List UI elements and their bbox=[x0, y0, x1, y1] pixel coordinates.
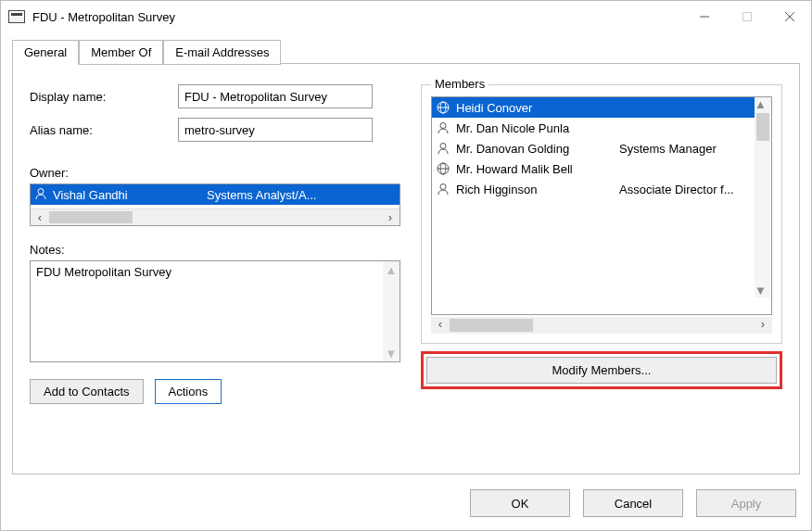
ok-button[interactable]: OK bbox=[470, 489, 570, 517]
person-icon bbox=[436, 182, 450, 196]
notes-textarea[interactable]: FDU Metropolitan Survey ▲ ▼ bbox=[30, 260, 400, 362]
member-title: Associate Director f... bbox=[619, 183, 771, 196]
scroll-down-icon[interactable]: ▼ bbox=[383, 345, 400, 361]
globe-icon bbox=[436, 161, 450, 176]
scroll-left-icon[interactable]: ‹ bbox=[31, 209, 49, 225]
member-name: Mr. Howard Malik Bell bbox=[456, 162, 614, 176]
tab-panel-general: Display name: Alias name: Owner: bbox=[12, 63, 800, 474]
window-title: FDU - Metropolitan Survey bbox=[32, 10, 683, 24]
display-name-input[interactable] bbox=[178, 84, 373, 108]
modify-members-highlight: Modify Members... bbox=[421, 351, 782, 389]
cancel-button[interactable]: Cancel bbox=[583, 489, 683, 517]
owner-row[interactable]: Vishal Gandhi Systems Analyst/A... bbox=[31, 184, 400, 205]
person-icon bbox=[436, 120, 450, 135]
tab-row: General Member Of E-mail Addresses bbox=[12, 38, 800, 64]
actions-button[interactable]: Actions bbox=[155, 379, 222, 404]
owner-title: Systems Analyst/A... bbox=[207, 188, 400, 202]
owner-hscrollbar[interactable]: ‹ › bbox=[31, 209, 400, 225]
notes-vscrollbar[interactable]: ▲ ▼ bbox=[383, 261, 400, 361]
modify-members-button[interactable]: Modify Members... bbox=[426, 357, 777, 384]
svg-point-13 bbox=[440, 184, 446, 190]
close-button[interactable] bbox=[768, 1, 811, 32]
svg-rect-1 bbox=[743, 13, 752, 21]
app-icon bbox=[8, 10, 25, 23]
members-group-title: Members bbox=[431, 77, 488, 91]
member-row[interactable]: Mr. Howard Malik Bell bbox=[432, 158, 771, 179]
tab-member-of[interactable]: Member Of bbox=[79, 40, 163, 65]
alias-name-input[interactable] bbox=[178, 118, 373, 142]
members-listbox[interactable]: Heidi ConoverMr. Dan Nicole PunlaMr. Dan… bbox=[431, 96, 772, 315]
owner-listbox[interactable]: Vishal Gandhi Systems Analyst/A... ‹ › bbox=[30, 183, 400, 226]
member-name: Mr. Dan Nicole Punla bbox=[456, 121, 614, 135]
svg-point-9 bbox=[440, 144, 446, 149]
notes-label: Notes: bbox=[30, 243, 400, 257]
members-vscrollbar[interactable]: ▲ ▼ bbox=[755, 97, 771, 297]
display-name-label: Display name: bbox=[30, 90, 178, 104]
member-row[interactable]: Rich HigginsonAssociate Director f... bbox=[432, 179, 771, 199]
members-hscrollbar[interactable]: ‹ › bbox=[431, 317, 772, 334]
notes-text: FDU Metropolitan Survey bbox=[36, 265, 379, 358]
window-controls bbox=[683, 1, 811, 32]
scroll-right-icon[interactable]: › bbox=[754, 317, 772, 334]
scroll-left-icon[interactable]: ‹ bbox=[431, 317, 450, 334]
scroll-down-icon[interactable]: ▼ bbox=[755, 284, 771, 297]
tab-email-addresses[interactable]: E-mail Addresses bbox=[163, 40, 281, 65]
dialog-button-row: OK Cancel Apply bbox=[470, 489, 796, 517]
titlebar: FDU - Metropolitan Survey bbox=[1, 1, 811, 32]
minimize-button[interactable] bbox=[683, 1, 726, 32]
apply-button: Apply bbox=[696, 489, 796, 517]
svg-point-4 bbox=[38, 188, 44, 194]
scroll-right-icon[interactable]: › bbox=[381, 209, 400, 225]
members-groupbox: Members Heidi ConoverMr. Dan Nicole Punl… bbox=[421, 84, 782, 344]
svg-point-8 bbox=[440, 123, 446, 129]
person-icon bbox=[34, 187, 47, 203]
scroll-up-icon[interactable]: ▲ bbox=[755, 97, 771, 111]
scroll-up-icon[interactable]: ▲ bbox=[383, 261, 400, 278]
properties-dialog: FDU - Metropolitan Survey General Member… bbox=[0, 0, 812, 531]
maximize-button bbox=[726, 1, 768, 32]
member-title: Systems Manager bbox=[619, 142, 771, 156]
member-name: Rich Higginson bbox=[456, 183, 614, 196]
member-row[interactable]: Heidi Conover bbox=[432, 97, 771, 118]
member-name: Heidi Conover bbox=[456, 101, 614, 115]
member-name: Mr. Danovan Golding bbox=[456, 142, 614, 156]
member-row[interactable]: Mr. Danovan GoldingSystems Manager bbox=[432, 138, 771, 158]
member-row[interactable]: Mr. Dan Nicole Punla bbox=[432, 118, 771, 138]
alias-name-label: Alias name: bbox=[30, 123, 178, 137]
owner-name: Vishal Gandhi bbox=[53, 188, 201, 202]
owner-label: Owner: bbox=[30, 166, 400, 180]
person-icon bbox=[436, 141, 450, 156]
tab-general[interactable]: General bbox=[12, 40, 79, 65]
globe-icon bbox=[436, 100, 450, 115]
add-to-contacts-button[interactable]: Add to Contacts bbox=[30, 379, 144, 404]
